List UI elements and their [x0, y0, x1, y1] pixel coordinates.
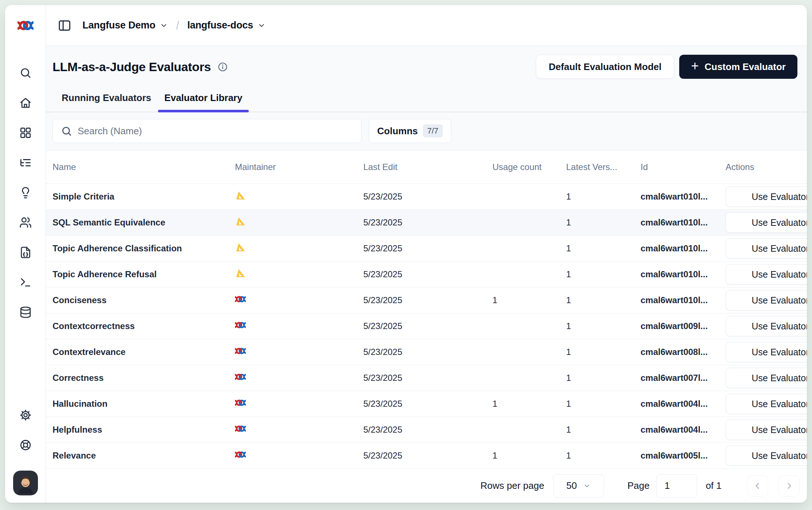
project-name: langfuse-docs — [187, 20, 253, 31]
latest-version-cell: 1 — [566, 192, 641, 202]
use-evaluator-button[interactable]: Use Evaluator — [726, 238, 807, 259]
file-code-icon[interactable] — [19, 246, 32, 259]
chevron-right-icon — [784, 481, 794, 491]
knot-icon — [235, 371, 246, 382]
last-edit-cell: 5/23/2025 — [363, 269, 492, 279]
table-row: Correctness 5/23/2025 1 cmal6wart007l...… — [46, 365, 807, 391]
project-switcher[interactable]: langfuse-docs — [187, 20, 265, 31]
knot-icon — [235, 294, 246, 305]
page-label: Page — [627, 480, 650, 491]
tracing-list-tree-icon[interactable] — [19, 156, 32, 169]
org-name: Langfuse Demo — [82, 20, 155, 31]
maintainer-cell — [235, 423, 363, 436]
sidebar-bottom — [13, 409, 38, 495]
last-edit-cell: 5/23/2025 — [363, 217, 492, 228]
knot-icon — [235, 320, 246, 331]
maintainer-cell — [235, 216, 363, 229]
use-evaluator-button[interactable]: Use Evaluator — [726, 394, 807, 414]
tab-bar: Running Evaluators Evaluator Library — [46, 92, 807, 112]
evaluators-table: Name Maintainer Last Edit Usage count La… — [46, 151, 807, 469]
use-evaluator-button[interactable]: Use Evaluator — [726, 445, 807, 466]
id-cell: cmal6wart010l... — [641, 243, 726, 254]
latest-version-cell: 1 — [566, 399, 641, 409]
terminal-icon[interactable] — [19, 276, 32, 289]
next-page-button[interactable] — [778, 475, 800, 497]
sidebar-toggle-icon[interactable] — [58, 19, 71, 32]
last-edit-cell: 5/23/2025 — [363, 295, 492, 305]
column-header-usage-count: Usage count — [492, 162, 566, 172]
id-cell: cmal6wart010l... — [641, 217, 726, 228]
latest-version-cell: 1 — [566, 243, 641, 254]
usage-count-cell: 1 — [492, 295, 566, 305]
use-evaluator-button[interactable]: Use Evaluator — [726, 368, 807, 388]
database-icon[interactable] — [19, 306, 32, 319]
dashboard-grid-icon[interactable] — [19, 126, 32, 139]
custom-evaluator-button[interactable]: + Custom Evaluator — [679, 55, 797, 79]
evaluator-name: SQL Semantic Equivalence — [53, 217, 235, 228]
knot-icon — [235, 423, 246, 434]
use-evaluator-button[interactable]: Use Evaluator — [726, 420, 807, 440]
sidebar — [5, 5, 46, 503]
page-title: LLM-as-a-Judge Evaluators — [53, 60, 211, 74]
default-evaluation-model-button[interactable]: Default Evaluation Model — [536, 55, 674, 79]
tab-evaluator-library[interactable]: Evaluator Library — [158, 92, 249, 112]
tab-running-evaluators[interactable]: Running Evaluators — [55, 92, 158, 112]
chevron-down-icon — [160, 22, 168, 30]
column-header-maintainer: Maintainer — [235, 162, 363, 172]
rows-per-page-select[interactable]: 50 — [553, 474, 604, 498]
use-evaluator-button[interactable]: Use Evaluator — [726, 316, 807, 336]
columns-button[interactable]: Columns 7/7 — [369, 119, 451, 143]
breadcrumb-separator: / — [176, 18, 179, 32]
page-header: LLM-as-a-Judge Evaluators Default Evalua… — [46, 46, 807, 151]
latest-version-cell: 1 — [566, 373, 641, 383]
support-lifebuoy-icon[interactable] — [19, 438, 32, 452]
use-evaluator-button[interactable]: Use Evaluator — [726, 186, 807, 207]
search-icon[interactable] — [19, 66, 32, 80]
id-cell: cmal6wart010l... — [641, 295, 726, 305]
table-row: Contextcorrectness 5/23/2025 1 cmal6wart… — [46, 313, 807, 339]
pagination-bar: Rows per page 50 Page of 1 — [46, 469, 807, 503]
table-row: Topic Adherence Classification 5/23/2025… — [46, 236, 807, 262]
chevron-left-icon — [753, 481, 762, 491]
column-header-actions: Actions — [726, 162, 807, 172]
triangle-ruler-icon — [235, 216, 246, 227]
table-header-row: Name Maintainer Last Edit Usage count La… — [46, 151, 807, 184]
maintainer-cell — [235, 242, 363, 255]
evaluator-name: Topic Adherence Classification — [53, 243, 235, 254]
maintainer-cell — [235, 449, 363, 462]
id-cell: cmal6wart010l... — [641, 192, 726, 202]
prev-page-button[interactable] — [747, 475, 768, 497]
page-input[interactable] — [656, 474, 697, 498]
home-icon[interactable] — [19, 96, 32, 109]
use-evaluator-button[interactable]: Use Evaluator — [726, 290, 807, 310]
use-evaluator-button[interactable]: Use Evaluator — [726, 264, 807, 285]
evaluator-name: Hallucination — [53, 399, 235, 409]
lightbulb-icon[interactable] — [19, 186, 32, 199]
table-row: SQL Semantic Equivalence 5/23/2025 1 cma… — [46, 210, 807, 236]
actions-cell: Use Evaluator — [726, 290, 807, 310]
users-icon[interactable] — [19, 216, 32, 229]
settings-gear-icon[interactable] — [19, 409, 32, 422]
knot-icon — [235, 449, 246, 460]
last-edit-cell: 5/23/2025 — [363, 321, 492, 331]
latest-version-cell: 1 — [566, 425, 641, 435]
latest-version-cell: 1 — [566, 295, 641, 305]
user-avatar[interactable] — [13, 471, 38, 495]
search-input[interactable] — [77, 125, 361, 137]
langfuse-logo-icon — [18, 18, 34, 34]
id-cell: cmal6wart010l... — [641, 269, 726, 279]
evaluator-name: Relevance — [53, 451, 235, 461]
actions-cell: Use Evaluator — [726, 186, 807, 207]
org-switcher[interactable]: Langfuse Demo — [82, 20, 168, 31]
use-evaluator-button[interactable]: Use Evaluator — [726, 342, 807, 362]
use-evaluator-button[interactable]: Use Evaluator — [726, 212, 807, 233]
actions-cell: Use Evaluator — [726, 264, 807, 285]
id-cell: cmal6wart009l... — [641, 321, 726, 331]
table-row: Contextrelevance 5/23/2025 1 cmal6wart00… — [46, 339, 807, 365]
info-icon[interactable] — [217, 62, 228, 72]
last-edit-cell: 5/23/2025 — [363, 451, 492, 461]
id-cell: cmal6wart004l... — [641, 425, 726, 435]
chevron-down-icon — [583, 482, 591, 490]
maintainer-cell — [235, 320, 363, 333]
table-row: Helpfulness 5/23/2025 1 cmal6wart004l...… — [46, 417, 807, 443]
